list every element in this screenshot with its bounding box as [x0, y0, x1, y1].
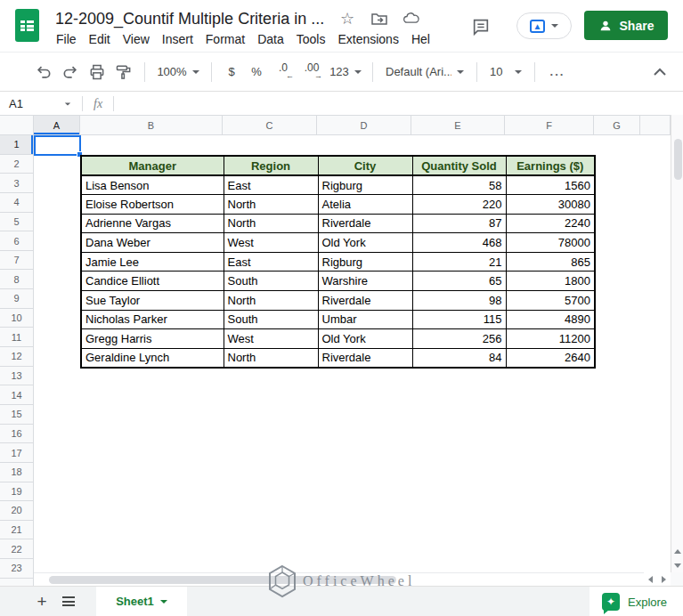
table-cell[interactable]: Umbar — [318, 310, 412, 329]
row-header-22[interactable]: 22 — [0, 539, 33, 559]
table-cell[interactable]: North — [224, 214, 318, 233]
row-header-17[interactable]: 17 — [0, 443, 33, 463]
move-to-folder-icon[interactable] — [370, 10, 388, 28]
table-cell[interactable]: Lisa Benson — [81, 175, 224, 195]
table-cell[interactable]: Old York — [318, 233, 412, 253]
table-cell[interactable]: Eloise Robertson — [81, 195, 224, 215]
table-cell[interactable]: Riverdale — [318, 214, 412, 233]
table-cell[interactable]: 87 — [412, 214, 506, 233]
table-cell[interactable]: East — [224, 252, 318, 272]
row-header-19[interactable]: 19 — [0, 482, 33, 502]
row-header-10[interactable]: 10 — [0, 309, 33, 328]
table-cell[interactable]: North — [224, 195, 318, 215]
table-cell[interactable]: Riverdale — [318, 348, 412, 368]
scroll-left-icon[interactable] — [644, 572, 656, 586]
horizontal-scrollbar[interactable] — [34, 572, 644, 586]
table-cell[interactable]: 30080 — [506, 195, 595, 215]
table-cell[interactable]: 1560 — [506, 175, 595, 195]
menu-item-view[interactable]: View — [117, 30, 156, 50]
explore-button[interactable]: ✦ Explore — [589, 587, 683, 616]
column-header-a[interactable]: A — [34, 116, 80, 134]
row-header-1[interactable]: 1 — [0, 135, 33, 155]
table-cell[interactable]: Nicholas Parker — [81, 310, 224, 329]
print-icon[interactable] — [84, 60, 110, 85]
table-header-cell[interactable]: City — [318, 156, 412, 175]
table-cell[interactable]: 5700 — [506, 291, 595, 311]
table-cell[interactable]: Gregg Harris — [81, 329, 224, 349]
table-cell[interactable]: Dana Weber — [81, 233, 224, 253]
sheet-tab-sheet1[interactable]: Sheet1 — [96, 587, 187, 616]
table-cell[interactable]: 58 — [412, 175, 506, 195]
document-title[interactable]: 12-2009_Countif Multiple Criteria in ... — [55, 10, 324, 28]
table-cell[interactable]: 65 — [412, 272, 506, 291]
add-sheet-icon[interactable]: + — [28, 588, 55, 615]
paint-format-icon[interactable] — [110, 60, 137, 85]
row-header-2[interactable]: 2 — [0, 155, 33, 174]
redo-icon[interactable] — [57, 60, 84, 85]
row-header-3[interactable]: 3 — [0, 174, 33, 193]
more-toolbar-button[interactable]: ... — [542, 60, 573, 85]
font-select[interactable]: Default (Ari... — [380, 60, 469, 85]
table-header-cell[interactable]: Quantity Sold — [412, 156, 506, 175]
row-header-5[interactable]: 5 — [0, 213, 33, 232]
table-cell[interactable]: 4890 — [506, 310, 595, 329]
column-header-partial[interactable] — [640, 116, 671, 134]
menu-item-tools[interactable]: Tools — [290, 30, 332, 50]
table-cell[interactable]: West — [224, 233, 318, 253]
column-header-b[interactable]: B — [80, 116, 223, 134]
table-cell[interactable]: 2640 — [506, 348, 595, 368]
table-cell[interactable]: Old York — [318, 329, 412, 349]
present-to-meeting-button[interactable]: ▲ — [516, 12, 572, 39]
menu-item-edit[interactable]: Edit — [83, 30, 117, 50]
row-header-4[interactable]: 4 — [0, 193, 33, 213]
column-header-f[interactable]: F — [505, 116, 594, 134]
table-cell[interactable]: 865 — [506, 252, 595, 272]
star-icon[interactable]: ☆ — [338, 10, 356, 28]
row-header-18[interactable]: 18 — [0, 463, 33, 482]
sheets-logo-icon[interactable] — [15, 9, 39, 42]
row-header-12[interactable]: 12 — [0, 347, 33, 367]
comment-icon[interactable] — [470, 16, 492, 37]
formula-input[interactable] — [119, 93, 683, 115]
table-cell[interactable]: 2240 — [506, 214, 595, 233]
table-cell[interactable]: Sue Taylor — [81, 291, 224, 311]
table-cell[interactable]: Candice Elliott — [81, 272, 224, 291]
table-cell[interactable]: Warshire — [318, 272, 412, 291]
data-table[interactable]: ManagerRegionCityQuantity SoldEarnings (… — [80, 155, 596, 369]
present-caret-icon[interactable] — [551, 24, 558, 28]
zoom-select[interactable]: 100% — [152, 60, 204, 85]
menu-item-insert[interactable]: Insert — [156, 30, 199, 50]
table-cell[interactable]: Jamie Lee — [81, 252, 224, 272]
menu-item-file[interactable]: File — [50, 30, 83, 50]
table-cell[interactable]: 84 — [412, 348, 506, 368]
table-cell[interactable]: 11200 — [506, 329, 595, 349]
select-all-corner[interactable] — [0, 116, 34, 134]
table-cell[interactable]: South — [224, 272, 318, 291]
table-cell[interactable]: 21 — [412, 252, 506, 272]
vertical-scrollbar[interactable] — [671, 115, 683, 572]
horizontal-scrollbar-thumb[interactable] — [49, 576, 396, 584]
sheet-tab-caret-icon[interactable] — [160, 600, 167, 604]
table-cell[interactable]: Adrienne Vargas — [81, 214, 224, 233]
vertical-scrollbar-thumb[interactable] — [674, 139, 682, 180]
table-cell[interactable]: South — [224, 310, 318, 329]
format-percent-button[interactable]: % — [244, 60, 269, 85]
all-sheets-icon[interactable] — [55, 588, 82, 615]
row-header-23[interactable]: 23 — [0, 559, 33, 579]
table-cell[interactable]: 115 — [412, 310, 506, 329]
column-header-d[interactable]: D — [317, 116, 411, 134]
format-currency-button[interactable]: $ — [219, 60, 244, 85]
table-cell[interactable]: 468 — [412, 233, 506, 253]
table-cell[interactable]: East — [224, 175, 318, 195]
row-header-6[interactable]: 6 — [0, 231, 33, 251]
table-cell[interactable]: 1800 — [506, 272, 595, 291]
share-button[interactable]: Share — [584, 11, 668, 40]
row-header-20[interactable]: 20 — [0, 501, 33, 521]
name-box-caret-icon[interactable] — [65, 102, 70, 105]
row-header-7[interactable]: 7 — [0, 251, 33, 271]
name-box[interactable]: A1 — [0, 97, 77, 110]
table-cell[interactable]: 256 — [412, 329, 506, 349]
table-cell[interactable]: Riverdale — [318, 291, 412, 311]
column-header-e[interactable]: E — [411, 116, 505, 134]
table-cell[interactable]: Atelia — [318, 195, 412, 215]
